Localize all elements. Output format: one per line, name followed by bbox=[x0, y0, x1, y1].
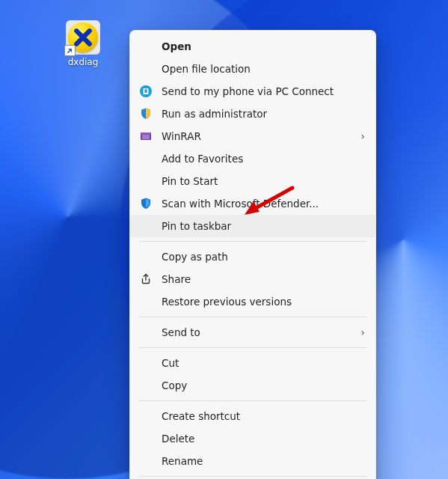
menu-item-open-file-location[interactable]: Open file location bbox=[130, 58, 375, 80]
shield-admin-icon bbox=[139, 107, 153, 120]
menu-label: Rename bbox=[162, 455, 365, 467]
menu-item-pin-taskbar[interactable]: Pin to taskbar bbox=[130, 215, 375, 237]
share-icon bbox=[139, 272, 153, 286]
menu-item-add-favorites[interactable]: Add to Favorites bbox=[130, 147, 375, 170]
menu-separator bbox=[139, 400, 366, 401]
menu-separator bbox=[139, 476, 366, 477]
menu-label: Scan with Microsoft Defender... bbox=[162, 198, 365, 210]
menu-item-pin-start[interactable]: Pin to Start bbox=[130, 170, 375, 192]
menu-item-run-as-admin[interactable]: Run as administrator bbox=[130, 103, 375, 125]
desktop-shortcut-dxdiag[interactable]: dxdiag bbox=[58, 20, 108, 67]
menu-item-delete[interactable]: Delete bbox=[130, 427, 375, 450]
svg-rect-1 bbox=[144, 89, 147, 93]
winrar-icon bbox=[139, 129, 153, 143]
desktop-icon-label: dxdiag bbox=[68, 58, 99, 67]
menu-separator bbox=[139, 241, 366, 242]
submenu-chevron-icon: › bbox=[361, 130, 365, 142]
menu-item-open[interactable]: Open bbox=[130, 35, 375, 58]
menu-item-copy-as-path[interactable]: Copy as path bbox=[130, 245, 375, 268]
submenu-chevron-icon: › bbox=[361, 326, 365, 338]
defender-shield-icon bbox=[139, 197, 153, 210]
menu-label: Delete bbox=[162, 433, 365, 445]
menu-label: Share bbox=[162, 273, 365, 285]
menu-label: Pin to Start bbox=[162, 175, 365, 187]
menu-item-defender-scan[interactable]: Scan with Microsoft Defender... bbox=[130, 192, 375, 215]
menu-item-pc-connect[interactable]: Send to my phone via PC Connect bbox=[130, 80, 375, 103]
menu-item-copy[interactable]: Copy bbox=[130, 374, 375, 397]
menu-label: Restore previous versions bbox=[162, 296, 365, 308]
menu-label: WinRAR bbox=[162, 130, 352, 142]
menu-label: Cut bbox=[162, 357, 365, 369]
menu-label: Open file location bbox=[162, 63, 365, 75]
menu-label: Create shortcut bbox=[162, 410, 365, 422]
menu-label: Send to my phone via PC Connect bbox=[162, 85, 365, 97]
menu-label: Send to bbox=[162, 326, 352, 338]
menu-label: Pin to taskbar bbox=[162, 220, 365, 232]
menu-label: Copy bbox=[162, 379, 365, 391]
menu-item-restore-versions[interactable]: Restore previous versions bbox=[130, 290, 375, 313]
menu-label: Open bbox=[162, 40, 365, 52]
menu-label: Copy as path bbox=[162, 251, 365, 263]
menu-item-create-shortcut[interactable]: Create shortcut bbox=[130, 405, 375, 427]
menu-item-send-to[interactable]: Send to › bbox=[130, 321, 375, 344]
menu-item-winrar[interactable]: WinRAR › bbox=[130, 125, 375, 147]
menu-item-cut[interactable]: Cut bbox=[130, 352, 375, 374]
shortcut-overlay-icon bbox=[64, 45, 76, 56]
dxdiag-icon bbox=[66, 20, 100, 55]
menu-item-rename[interactable]: Rename bbox=[130, 450, 375, 472]
context-menu: Open Open file location Send to my phone… bbox=[129, 30, 376, 479]
menu-separator bbox=[139, 317, 366, 317]
svg-rect-3 bbox=[141, 132, 151, 135]
pc-connect-icon bbox=[139, 85, 153, 98]
menu-item-share[interactable]: Share bbox=[130, 268, 375, 290]
menu-label: Add to Favorites bbox=[162, 153, 365, 165]
menu-label: Run as administrator bbox=[162, 108, 365, 120]
menu-separator bbox=[139, 347, 366, 348]
